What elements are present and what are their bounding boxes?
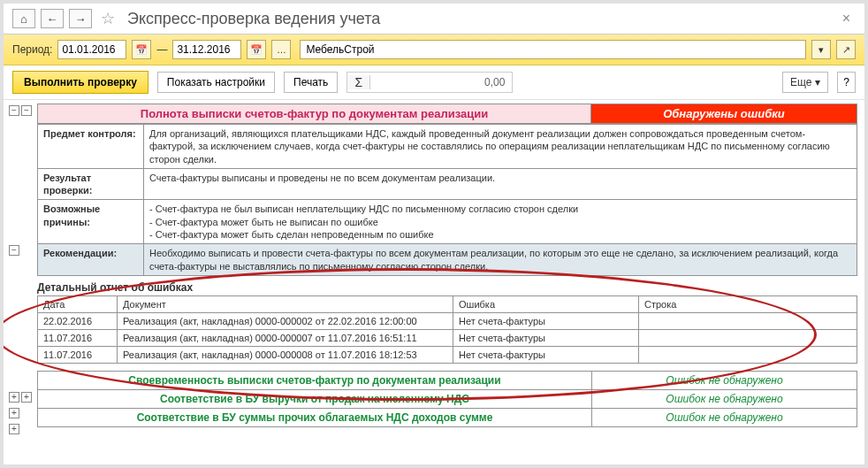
detail-document: Реализация (акт, накладная) 0000-000007 …: [118, 329, 453, 346]
summary-status-ok: Ошибок не обнаружено: [592, 389, 857, 408]
more-label: Еще: [790, 76, 811, 88]
period-label: Период:: [12, 43, 52, 56]
period-to-calendar-icon[interactable]: 📅: [247, 40, 266, 59]
toolbar: Выполнить проверку Показать настройки Пе…: [4, 65, 864, 100]
org-dropdown-icon[interactable]: ▾: [811, 40, 831, 59]
tree-collapse-1[interactable]: −: [9, 105, 19, 116]
help-button[interactable]: ?: [837, 72, 856, 93]
tree-expand-4[interactable]: +: [9, 424, 19, 434]
info-rec-value: Необходимо выписать и провести счета-фак…: [144, 244, 857, 276]
info-table: Предмет контроля: Для организаций, являю…: [37, 124, 857, 276]
main-window: ⌂ ← → ☆ Экспресс-проверка ведения учета …: [0, 0, 868, 468]
show-settings-button[interactable]: Показать настройки: [157, 72, 275, 93]
summary-row: Соответствие в БУ суммы прочих облагаемы…: [38, 408, 857, 426]
detail-document: Реализация (акт, накладная) 0000-000002 …: [118, 312, 453, 329]
detail-date: 11.07.2016: [38, 329, 118, 346]
detail-rownum: [639, 329, 857, 346]
detail-rownum: [639, 346, 857, 363]
info-row-recommendations: Рекомендации: Необходимо выписать и пров…: [38, 244, 857, 276]
home-button[interactable]: ⌂: [12, 9, 35, 28]
info-cause-value: - Счет-фактура не был выписан неплательщ…: [144, 200, 857, 244]
info-subject-value: Для организаций, являющихся плательщикам…: [144, 125, 857, 169]
org-open-icon[interactable]: ↗: [836, 40, 856, 59]
info-row-causes: Возможные причины: - Счет-фактура не был…: [38, 200, 857, 244]
detail-col-date: Дата: [38, 295, 118, 312]
period-bar: Период: 📅 — 📅 … ▾ ↗: [4, 35, 864, 65]
detail-col-row: Строка: [639, 295, 857, 312]
favorite-icon[interactable]: ☆: [101, 9, 115, 28]
info-row-subject: Предмет контроля: Для организаций, являю…: [38, 125, 857, 169]
detail-error: Нет счета-фактуры: [453, 329, 639, 346]
info-rec-label: Рекомендации:: [38, 244, 144, 276]
detail-document: Реализация (акт, накладная) 0000-000008 …: [118, 346, 453, 363]
detail-row: 11.07.2016 Реализация (акт, накладная) 0…: [38, 329, 857, 346]
tree-expand-3[interactable]: +: [9, 408, 19, 418]
more-button[interactable]: Еще ▾: [782, 72, 828, 93]
tree-collapse-3[interactable]: −: [9, 245, 19, 256]
organization-input[interactable]: [300, 40, 806, 59]
tree-expand-2[interactable]: +: [21, 392, 32, 403]
tree-collapse-2[interactable]: −: [21, 105, 32, 116]
detail-row: 11.07.2016 Реализация (акт, накладная) 0…: [38, 346, 857, 363]
summary-row: Своевременность выписки счетов-фактур по…: [38, 371, 857, 389]
run-check-button[interactable]: Выполнить проверку: [12, 71, 148, 94]
back-button[interactable]: ←: [41, 9, 64, 28]
info-row-result: Результат проверки: Счета-фактуры выписа…: [38, 168, 857, 200]
period-separator: —: [156, 43, 167, 56]
detail-error: Нет счета-фактуры: [453, 346, 639, 363]
detail-error: Нет счета-фактуры: [453, 312, 639, 329]
summary-status-ok: Ошибок не обнаружено: [592, 371, 857, 389]
summary-title: Соответствие в БУ выручки от продаж начи…: [38, 389, 592, 408]
sigma-value: 0,00: [370, 76, 512, 88]
detail-row: 22.02.2016 Реализация (акт, накладная) 0…: [38, 312, 857, 329]
sigma-box: Σ 0,00: [346, 72, 513, 93]
detail-col-document: Документ: [118, 295, 453, 312]
sigma-icon: Σ: [347, 75, 370, 89]
info-result-label: Результат проверки:: [38, 168, 144, 200]
detail-col-error: Ошибка: [453, 295, 639, 312]
period-to-input[interactable]: [172, 40, 241, 59]
period-select-button[interactable]: …: [271, 40, 291, 59]
detail-date: 22.02.2016: [38, 312, 118, 329]
forward-button[interactable]: →: [69, 9, 92, 28]
detail-report-title: Детальный отчет об ошибках: [37, 281, 857, 294]
section-header: Полнота выписки счетов-фактур по докумен…: [37, 104, 857, 124]
titlebar: ⌂ ← → ☆ Экспресс-проверка ведения учета …: [4, 4, 864, 35]
info-subject-label: Предмет контроля:: [38, 125, 144, 169]
tree-expand-1[interactable]: +: [9, 392, 19, 403]
close-button[interactable]: ×: [837, 11, 856, 27]
detail-rownum: [639, 312, 857, 329]
print-button[interactable]: Печать: [284, 72, 338, 93]
summary-status-ok: Ошибок не обнаружено: [592, 408, 857, 426]
detail-header-row: Дата Документ Ошибка Строка: [38, 295, 857, 312]
summary-row: Соответствие в БУ выручки от продаж начи…: [38, 389, 857, 408]
summary-title: Своевременность выписки счетов-фактур по…: [38, 371, 592, 389]
chevron-down-icon: ▾: [815, 76, 820, 88]
detail-date: 11.07.2016: [38, 346, 118, 363]
summary-title: Соответствие в БУ суммы прочих облагаемы…: [38, 408, 592, 426]
detail-table: Дата Документ Ошибка Строка 22.02.2016 Р…: [37, 295, 857, 364]
period-from-calendar-icon[interactable]: 📅: [132, 40, 151, 59]
page-title: Экспресс-проверка ведения учета: [127, 10, 380, 28]
summary-table: Своевременность выписки счетов-фактур по…: [37, 371, 857, 427]
info-result-value: Счета-фактуры выписаны и проведены не по…: [144, 168, 857, 200]
info-cause-label: Возможные причины:: [38, 200, 144, 244]
section-title: Полнота выписки счетов-фактур по докумен…: [38, 104, 591, 123]
period-from-input[interactable]: [57, 40, 126, 59]
section-status-error: Обнаружены ошибки: [591, 104, 857, 123]
report-area: − − − + + + + Полнота выписки счетов-фак…: [4, 100, 864, 464]
